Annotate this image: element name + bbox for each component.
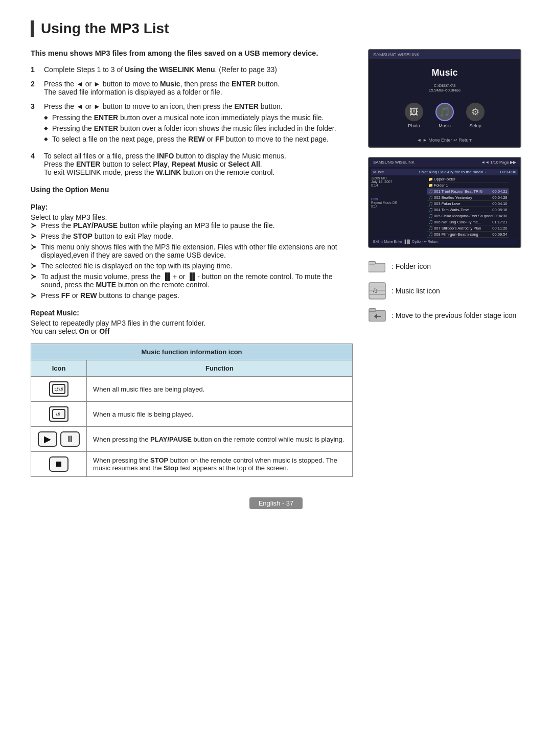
- music-list-icon-label: : Music list icon: [392, 287, 440, 295]
- file-004-label: 🎵 004 Tom Waits-Time: [428, 208, 469, 212]
- play-title: Play:: [31, 203, 353, 211]
- upper-folder-row: 📁 UpperFolder: [427, 176, 509, 182]
- repeat-desc2: You can select On or Off: [31, 327, 353, 335]
- music-list-icon: ♫: [368, 282, 386, 300]
- step-4-content: To select all files or a file, press the…: [44, 152, 353, 176]
- file-002-time: 00:04:28: [492, 195, 507, 200]
- repeat-desc: Select to repeatedly play MP3 files in t…: [31, 319, 353, 327]
- tv-icon-setup: ⚙ Setup: [466, 103, 485, 128]
- function-stop: When pressing the STOP button on the rem…: [87, 452, 353, 477]
- function-repeat-all: When all music files are being played.: [87, 377, 353, 402]
- table-row-repeat-all: ↺↺ When all music files are being played…: [31, 377, 353, 402]
- play-note-3: This menu only shows files with the MP3 …: [31, 243, 353, 259]
- tv-nav-hint-1: ◄ ► Move Enter ↩ Return: [417, 138, 473, 143]
- tv-page-info: ◄◄ 1/10 Page ▶▶: [481, 160, 516, 165]
- bullet-3-text: To select a file on the next page, press…: [52, 135, 329, 143]
- option-menu-header: Using the Option Menu: [31, 186, 353, 194]
- step-2-sub: The saved file information is displayed …: [44, 88, 222, 96]
- play-note-4-text: The selected file is displayed on the to…: [41, 262, 232, 270]
- step-1: Complete Steps 1 to 3 of Using the WISEL…: [31, 65, 353, 74]
- step-3-content: Press the ◄ or ► button to move to an ic…: [44, 102, 353, 146]
- tv-music-label: Music: [439, 123, 451, 128]
- file-002-row: 🎵 002 Beatles Yesterday 00:04:28: [427, 195, 509, 201]
- tv-screen-1-body: Music C:\DISK\K\315.9MB+60.0Nee 🖼 Photo …: [369, 59, 520, 147]
- tv-bottom-bar: Exit ☆ Move Enter ▐▐▌ Option ↩ Return: [371, 239, 518, 245]
- table-span-header: Music function information icon: [31, 344, 353, 360]
- file-008-label: 🎵 008 Flim-gun-Beatm-song: [428, 232, 478, 237]
- tv-icons-row: 🖼 Photo 🎵 Music ⚙ Setup: [405, 103, 485, 128]
- tv-content-area: 1/205 MO July 14, 2007 0:14 Play Repeat …: [371, 176, 518, 238]
- tv-photo-label: Photo: [408, 123, 420, 128]
- music-circle-icon: 🎵: [435, 103, 454, 121]
- folder-1-row: 📁 Folder 1: [427, 182, 509, 189]
- table-span-header-row: Music function information icon: [31, 344, 353, 360]
- footer: English - 37: [31, 497, 521, 509]
- file-006-time: 01:17:21: [492, 220, 507, 224]
- play-pause-group: ▶ ⏸: [37, 431, 80, 447]
- play-note-5: To adjust the music volume, press the ▐▌…: [31, 272, 353, 289]
- icon-repeat-one: ↺: [31, 402, 87, 427]
- svg-text:↺: ↺: [56, 411, 60, 418]
- folder-1-label: 📁 Folder 1: [428, 183, 448, 188]
- file-005-label: 🎵 005 Chika Mangana-Feel So good: [428, 214, 492, 218]
- play-note-4: The selected file is displayed on the to…: [31, 262, 353, 270]
- tv-screen-1-header: SAMSUNG WISELINK: [369, 50, 520, 59]
- photo-circle-icon: 🖼: [405, 103, 423, 121]
- function-play-pause: When pressing the PLAY/PAUSE button on t…: [87, 427, 353, 452]
- step-3: Press the ◄ or ► button to move to an ic…: [31, 102, 353, 146]
- step-1-text: Complete Steps 1 to 3 of Using the WISEL…: [44, 65, 277, 74]
- tv-repeat-status: Repeat Music Off: [371, 201, 399, 204]
- svg-rect-4: [369, 263, 385, 272]
- legend-folder: : Folder icon: [368, 257, 521, 276]
- tv-screen-2: SAMSUNG WISELINK ◄◄ 1/10 Page ▶▶ Music ♪…: [368, 157, 521, 248]
- file-007-label: 🎵 007 Stillpoo's Aatrocity Plan: [428, 226, 481, 231]
- repeat-one-icon: ↺: [49, 406, 68, 422]
- step-3-text: Press the ◄ or ► button to move to an ic…: [44, 102, 283, 110]
- play-note-2: Press the STOP button to exit Play mode.: [31, 232, 353, 240]
- legend-music-list: ♫ : Music list icon: [368, 282, 521, 300]
- play-section: Play: Select to play MP3 files. Press th…: [31, 203, 353, 300]
- tv-screen-2-header: SAMSUNG WISELINK ◄◄ 1/10 Page ▶▶: [369, 158, 520, 167]
- setup-circle-icon: ⚙: [466, 103, 485, 121]
- step-4-text: To select all files or a file, press the…: [44, 152, 286, 160]
- icon-legend: : Folder icon ♫ : Music list icon: [368, 257, 521, 325]
- play-note-1-text: Press the PLAY/PAUSE button while playin…: [41, 221, 275, 230]
- play-note-6-text: Press FF or REW buttons to change pages.: [41, 291, 179, 300]
- tv-nav-hint-2: Exit ☆ Move Enter ▐▐▌ Option ↩ Return: [373, 240, 439, 244]
- tv-count: 1/205 MO: [371, 176, 399, 180]
- tv-side-info: 1/205 MO July 14, 2007 0:14 Play Repeat …: [371, 176, 399, 238]
- steps-list: Complete Steps 1 to 3 of Using the WISEL…: [31, 65, 353, 176]
- prev-folder-icon: [368, 306, 386, 325]
- bullet-2-text: Pressing the ENTER button over a folder …: [52, 124, 336, 132]
- table-header-icon: Icon: [31, 360, 87, 377]
- bullet-1-text: Pressing the ENTER button over a musical…: [52, 113, 324, 122]
- table-header-function: Function: [87, 360, 353, 377]
- file-007-time: 00:11:20: [492, 226, 507, 231]
- svg-rect-5: [369, 262, 376, 264]
- file-004-row: 🎵 004 Tom Waits-Time 00:05:16: [427, 207, 509, 213]
- right-column: SAMSUNG WISELINK Music C:\DISK\K\315.9MB…: [368, 49, 521, 477]
- tv-icon-music: 🎵 Music: [435, 103, 454, 128]
- tv-file-info: C:\DISK\K\315.9MB+60.0Nee: [429, 83, 461, 93]
- play-note-5-text: To adjust the music volume, press the ▐▌…: [41, 272, 353, 289]
- play-note-6: Press FF or REW buttons to change pages.: [31, 291, 353, 300]
- svg-rect-12: [369, 309, 376, 312]
- page-title: Using the MP3 List: [31, 20, 521, 37]
- step-1-content: Complete Steps 1 to 3 of Using the WISEL…: [44, 65, 353, 74]
- info-table: Music function information icon Icon Fun…: [31, 343, 353, 477]
- play-note-3-text: This menu only shows files with the MP3 …: [41, 243, 353, 259]
- prev-folder-icon-label: : Move to the previous folder stage icon: [392, 311, 516, 319]
- step-2-text: Press the ◄ or ► button to move to Music…: [44, 80, 280, 88]
- tv-brand-2: SAMSUNG WISELINK: [373, 160, 415, 165]
- tv-setup-label: Setup: [469, 123, 481, 128]
- tv-now-playing: ♪ Nat King Cole-Fly me to the moon ←→ ──…: [418, 170, 516, 174]
- tv-date: July 14, 2007: [371, 180, 399, 184]
- file-004-time: 00:05:16: [492, 208, 507, 212]
- legend-prev-folder: : Move to the previous folder stage icon: [368, 306, 521, 325]
- file-001-label: 🎵 001 Trent Reznor Beat TRIN: [428, 189, 482, 194]
- file-003-label: 🎵 003 Falun Love: [428, 201, 461, 206]
- icon-stop: ⏹: [31, 452, 87, 477]
- tv-list-header: Music ♪ Nat King Cole-Fly me to the moon…: [371, 169, 518, 175]
- bullet-3: To select a file on the next page, press…: [44, 135, 353, 143]
- file-003-time: 00:04:10: [492, 201, 507, 206]
